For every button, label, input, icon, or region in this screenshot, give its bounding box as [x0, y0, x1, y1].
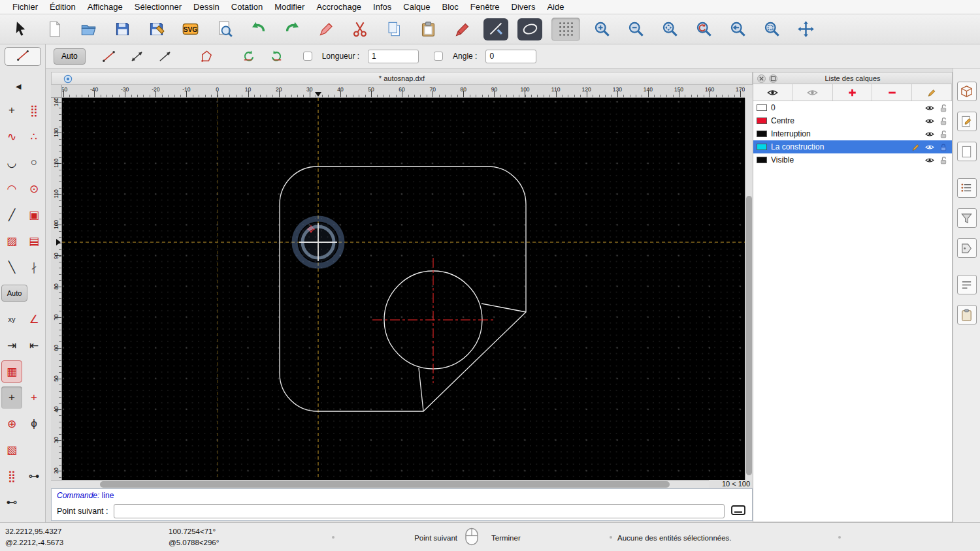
layer-row-visible[interactable]: Visible: [753, 153, 952, 166]
menu-modifier[interactable]: Modifier: [269, 2, 310, 12]
vertical-scrollbar[interactable]: [745, 98, 753, 480]
redo-segment-button[interactable]: [266, 47, 288, 65]
layer-color-swatch[interactable]: [757, 118, 767, 124]
grid-toggle-button[interactable]: [551, 18, 580, 41]
free-points-button[interactable]: ∴: [24, 125, 44, 148]
circle-two-points-button[interactable]: ○: [24, 151, 44, 174]
line-tangent-button[interactable]: ∤: [24, 256, 44, 278]
undo-segment-button[interactable]: [238, 47, 260, 65]
remove-layer-button[interactable]: [872, 84, 912, 101]
layer-color-swatch[interactable]: [757, 131, 767, 137]
dock-clipboard-button[interactable]: [957, 305, 977, 324]
horizontal-scrollbar-thumb[interactable]: [100, 481, 670, 488]
menu-affichage[interactable]: Affichage: [82, 2, 129, 12]
menu-aide[interactable]: Aide: [541, 2, 570, 12]
dock-filter-button[interactable]: [957, 208, 977, 228]
length-input[interactable]: [368, 50, 419, 63]
angle-checkbox[interactable]: [434, 52, 443, 61]
set-relative-zero-button[interactable]: ⊶: [24, 465, 44, 487]
layer-lock-icon[interactable]: [939, 142, 949, 151]
dock-properties-button[interactable]: [957, 275, 977, 294]
dock-library-button[interactable]: [957, 112, 977, 131]
dock-entity-list-button[interactable]: [957, 178, 977, 198]
layer-visibility-icon[interactable]: [925, 103, 935, 112]
restrict-horizontal-button[interactable]: ⇥: [1, 334, 22, 356]
segment-line-button[interactable]: [98, 47, 120, 65]
zoom-pan-button[interactable]: [793, 18, 818, 41]
current-tool-line-button[interactable]: [5, 47, 41, 66]
arc-three-points-button[interactable]: ◡: [1, 151, 22, 174]
snap-auto-button[interactable]: Auto: [1, 285, 27, 302]
hatch-dense-button[interactable]: ▨: [1, 230, 22, 252]
layer-visibility-icon[interactable]: [925, 129, 935, 138]
menu-fenetre[interactable]: Fenêtre: [465, 2, 506, 12]
menu-cotation[interactable]: Cotation: [225, 2, 269, 12]
layer-row-centre[interactable]: Centre: [753, 114, 952, 127]
draw-point-button[interactable]: +: [1, 99, 22, 121]
layer-color-swatch[interactable]: [757, 104, 767, 111]
horizontal-scrollbar[interactable]: [51, 480, 709, 488]
layer-color-swatch[interactable]: [757, 144, 767, 150]
circle-center-point-button[interactable]: ⊙: [24, 178, 44, 200]
dock-sheet-button[interactable]: [957, 142, 977, 161]
redo-button[interactable]: [280, 18, 304, 41]
segment-arrows-button[interactable]: [126, 47, 148, 65]
snap-distance-button[interactable]: ⣿: [1, 465, 22, 487]
new-document-button[interactable]: [42, 18, 67, 41]
layer-lock-icon[interactable]: [939, 103, 949, 112]
hide-all-layers-button[interactable]: [793, 84, 833, 101]
zoom-window-button[interactable]: [759, 18, 784, 41]
zoom-in-button[interactable]: [589, 18, 614, 41]
snap-grid-points-button[interactable]: ⣿: [24, 99, 44, 121]
line-two-points-button[interactable]: ╱: [1, 204, 22, 226]
angle-input[interactable]: [485, 50, 536, 63]
menu-edition[interactable]: Édition: [44, 2, 82, 12]
dock-blocks-button[interactable]: [957, 82, 977, 101]
layer-row-la-construction[interactable]: La construction: [753, 140, 952, 153]
document-window-titlebar[interactable]: * autosnap.dxf: [51, 72, 753, 85]
spline-points-button[interactable]: ∿: [1, 125, 22, 148]
svg-export-button[interactable]: SVG: [178, 18, 203, 41]
layer-lock-icon[interactable]: [939, 116, 949, 125]
snap-endpoint-button[interactable]: +: [24, 386, 44, 409]
menu-accrochage[interactable]: Accrochage: [310, 2, 367, 12]
segment-arrow-button[interactable]: [154, 47, 176, 65]
draw-pen-button[interactable]: [449, 18, 474, 41]
add-layer-button[interactable]: [833, 84, 873, 101]
select-cursor-button[interactable]: [8, 18, 33, 41]
dock-tag-button[interactable]: [957, 238, 977, 258]
paste-button[interactable]: [416, 18, 440, 41]
snap-intersection-button[interactable]: ▦: [1, 360, 22, 383]
arc-center-point-button[interactable]: ◠: [1, 178, 22, 200]
coordinates-polar-button[interactable]: ∠: [24, 308, 44, 330]
modify-layer-button[interactable]: [912, 84, 952, 101]
layer-color-swatch[interactable]: [757, 157, 767, 163]
layer-row-0[interactable]: 0: [753, 101, 952, 114]
snap-center-button[interactable]: ⊕: [1, 413, 22, 435]
zoom-redraw-button[interactable]: [691, 18, 716, 41]
undo-button[interactable]: [246, 18, 270, 41]
select-window-button[interactable]: ▣: [24, 204, 44, 226]
drawing-canvas[interactable]: [62, 98, 745, 480]
polyline-close-button[interactable]: [196, 47, 218, 65]
close-panel-button[interactable]: [757, 74, 766, 83]
layer-lock-icon[interactable]: [939, 155, 949, 165]
layer-lock-icon[interactable]: [939, 129, 949, 138]
command-input[interactable]: [114, 504, 725, 518]
line-free-button[interactable]: ╲: [1, 256, 22, 278]
save-button[interactable]: [110, 18, 135, 41]
hatch-angle-button[interactable]: ▧: [1, 439, 22, 461]
line-tool-button[interactable]: [483, 18, 508, 40]
snap-grid-button[interactable]: +: [1, 386, 22, 409]
layer-visibility-icon[interactable]: [925, 155, 935, 165]
menu-calque[interactable]: Calque: [397, 2, 436, 12]
lock-relative-zero-button[interactable]: ⊷: [1, 491, 22, 513]
print-preview-button[interactable]: [212, 18, 237, 41]
layer-row-interruption[interactable]: Interruption: [753, 127, 952, 140]
copy-button[interactable]: [382, 18, 406, 41]
cut-button[interactable]: [348, 18, 372, 41]
zoom-out-button[interactable]: [623, 18, 648, 41]
menu-selectionner[interactable]: Sélectionner: [129, 2, 188, 12]
layer-visibility-icon[interactable]: [925, 116, 935, 125]
layer-edit-pen-icon[interactable]: [911, 142, 921, 151]
